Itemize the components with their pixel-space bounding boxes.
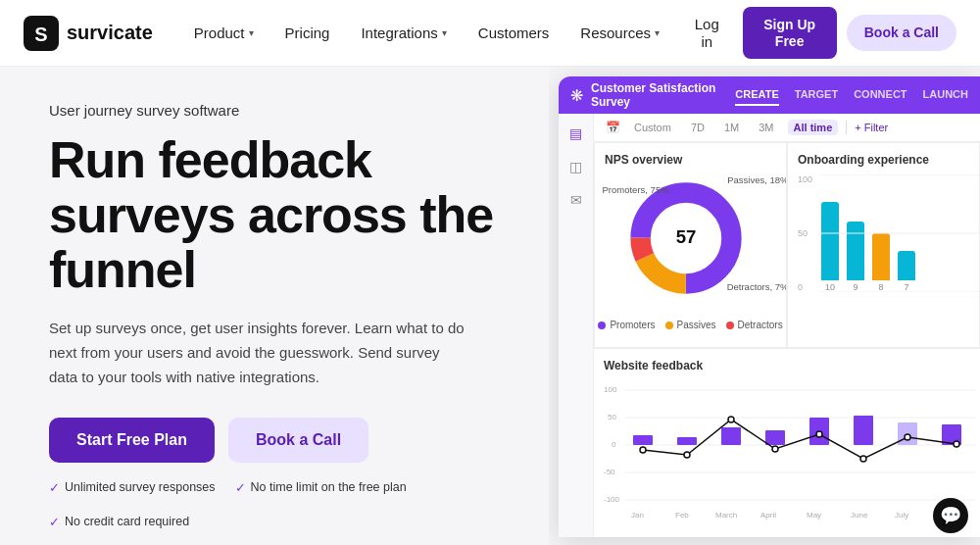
chevron-down-icon: ▾ [442, 27, 447, 38]
svg-text:50: 50 [608, 413, 616, 421]
filter-add-button[interactable]: + Filter [855, 122, 888, 133]
svg-text:Feb: Feb [675, 511, 689, 520]
dashboard-card: ❋ Customer Satisfaction Survey CREATE TA… [559, 76, 980, 537]
trust-badges: ✓ Unlimited survey responses ✓ No time l… [49, 480, 510, 529]
legend-promoters: Promoters [598, 320, 655, 330]
svg-text:-100: -100 [604, 495, 620, 504]
sidebar-mail-icon[interactable]: ✉ [566, 190, 586, 210]
svg-point-32 [816, 431, 822, 437]
onboarding-panel: Onboarding experience 100 50 0 [787, 142, 980, 348]
svg-point-31 [772, 446, 778, 452]
filter-alltime[interactable]: All time [788, 120, 839, 135]
nav-product[interactable]: Product ▾ [180, 17, 268, 49]
logo[interactable]: S survicate [24, 16, 153, 51]
sidebar-chart-icon[interactable]: ▤ [566, 124, 586, 143]
signup-button[interactable]: Sign Up Free [743, 7, 837, 60]
svg-rect-20 [633, 435, 653, 445]
check-icon: ✓ [49, 480, 60, 495]
bar-9: 9 [847, 222, 864, 292]
tab-create[interactable]: CREATE [735, 84, 778, 106]
legend-detractors: Detractors [726, 320, 783, 330]
svg-text:-50: -50 [604, 468, 615, 476]
start-free-plan-button[interactable]: Start Free Plan [49, 418, 215, 463]
bar-value-8 [872, 233, 890, 280]
filter-1m[interactable]: 1M [718, 120, 745, 135]
brand-name: survicate [67, 22, 153, 44]
tab-launch[interactable]: LAUNCH [923, 84, 968, 106]
bar-8: 8 [872, 233, 890, 292]
trust-item-no-time-limit: ✓ No time limit on the free plan [235, 480, 407, 495]
svg-text:100: 100 [604, 385, 617, 394]
website-feedback-panel: Website feedback 100 50 0 -50 -100 [594, 348, 980, 524]
bar-10: 10 [821, 202, 839, 292]
dashboard-sidebar: ▤ ◫ ✉ [559, 114, 594, 537]
svg-text:March: March [715, 511, 737, 520]
svg-text:April: April [760, 511, 776, 520]
svg-text:0: 0 [612, 440, 616, 449]
svg-text:June: June [851, 511, 868, 520]
trust-item-no-credit-card: ✓ No credit card required [49, 515, 189, 529]
nav-links: Product ▾ Pricing Integrations ▾ Custome… [180, 17, 673, 49]
svg-point-28 [640, 447, 646, 453]
promoters-label: Promoters, 75% [603, 184, 669, 195]
book-call-button[interactable]: Book a Call [228, 418, 368, 463]
chat-bubble-button[interactable]: 💬 [933, 498, 968, 533]
login-button[interactable]: Log in [681, 8, 733, 59]
nps-title: NPS overview [605, 153, 776, 167]
filter-icon: 📅 [606, 121, 620, 134]
nps-chart: 57 Promoters, 75% Passives, 18% Detracto… [605, 174, 776, 330]
nav-integrations[interactable]: Integrations ▾ [347, 17, 460, 49]
filter-7d[interactable]: 7D [685, 120, 710, 135]
bar-value-9 [847, 222, 864, 280]
filter-3m[interactable]: 3M [753, 120, 779, 135]
dashboard-body: ▤ ◫ ✉ 📅 Custom 7D 1M 3M All time [559, 114, 980, 537]
svg-text:May: May [807, 511, 821, 520]
promoters-dot [598, 322, 606, 329]
svg-point-29 [684, 452, 690, 458]
y-axis: 100 50 0 [798, 174, 812, 292]
bar-7: 7 [898, 251, 915, 292]
check-icon: ✓ [49, 515, 60, 529]
hero-buttons: Start Free Plan Book a Call [49, 418, 510, 463]
passives-dot [665, 322, 673, 329]
nps-panel: NPS overview [594, 142, 787, 348]
dashboard-topbar: ❋ Customer Satisfaction Survey CREATE TA… [559, 76, 980, 114]
svg-text:Jan: Jan [631, 511, 644, 520]
nav-resources[interactable]: Resources ▾ [566, 17, 673, 49]
tab-connect[interactable]: CONNECT [854, 84, 906, 106]
nav-pricing[interactable]: Pricing [271, 17, 344, 49]
svg-point-30 [728, 417, 734, 422]
chevron-down-icon: ▾ [249, 27, 254, 38]
dashboard-survey-title: Customer Satisfaction Survey [591, 81, 727, 109]
svg-point-34 [905, 434, 910, 440]
detractors-label: Detractors, 7% [727, 281, 787, 292]
dashboard-content: 📅 Custom 7D 1M 3M All time + Filter NPS [594, 114, 980, 537]
svg-point-33 [860, 456, 866, 462]
nav-book-call-button[interactable]: Book a Call [847, 15, 956, 51]
svg-rect-25 [854, 416, 873, 445]
tab-target[interactable]: TARGET [795, 84, 838, 106]
nps-donut: 57 Promoters, 75% Passives, 18% Detracto… [622, 174, 760, 312]
hero-eyebrow: User journey survey software [49, 102, 510, 119]
filter-custom[interactable]: Custom [628, 120, 677, 135]
filter-bar: 📅 Custom 7D 1M 3M All time + Filter [594, 114, 980, 142]
dashboard-preview: ❋ Customer Satisfaction Survey CREATE TA… [549, 67, 980, 545]
nav-customers[interactable]: Customers [465, 17, 564, 49]
main-content: User journey survey software Run feedbac… [0, 67, 980, 545]
chevron-down-icon: ▾ [655, 27, 660, 38]
detractors-dot [726, 322, 734, 329]
sidebar-layout-icon[interactable]: ◫ [566, 157, 586, 176]
nps-legend: Promoters Passives Detractors [598, 320, 782, 330]
dashboard-logo-icon: ❋ [570, 86, 583, 105]
hero-title: Run feedback surveys across the funnel [49, 132, 510, 297]
website-feedback-title: Website feedback [604, 359, 970, 372]
svg-rect-23 [765, 430, 785, 445]
bar-value-10 [821, 202, 839, 280]
filter-divider [846, 121, 847, 134]
website-feedback-chart: 100 50 0 -50 -100 [604, 380, 976, 522]
passives-label: Passives, 18% [727, 174, 787, 185]
onboarding-title: Onboarding experience [798, 153, 969, 167]
svg-point-35 [954, 441, 959, 447]
legend-passives: Passives [665, 320, 716, 330]
svg-text:S: S [34, 24, 47, 45]
